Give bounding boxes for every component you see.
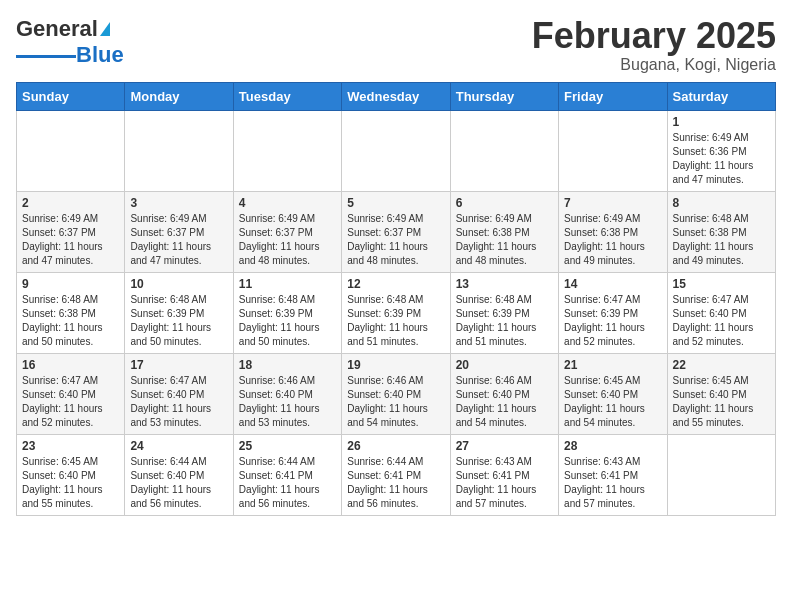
day-number: 9 bbox=[22, 277, 119, 291]
logo-blue: Blue bbox=[76, 42, 124, 68]
day-number: 14 bbox=[564, 277, 661, 291]
calendar-cell: 17Sunrise: 6:47 AM Sunset: 6:40 PM Dayli… bbox=[125, 353, 233, 434]
calendar-cell: 27Sunrise: 6:43 AM Sunset: 6:41 PM Dayli… bbox=[450, 434, 558, 515]
calendar-cell: 5Sunrise: 6:49 AM Sunset: 6:37 PM Daylig… bbox=[342, 191, 450, 272]
day-number: 13 bbox=[456, 277, 553, 291]
calendar-cell: 24Sunrise: 6:44 AM Sunset: 6:40 PM Dayli… bbox=[125, 434, 233, 515]
logo-general: General bbox=[16, 16, 98, 42]
day-number: 1 bbox=[673, 115, 770, 129]
day-number: 24 bbox=[130, 439, 227, 453]
calendar-cell: 28Sunrise: 6:43 AM Sunset: 6:41 PM Dayli… bbox=[559, 434, 667, 515]
day-number: 5 bbox=[347, 196, 444, 210]
day-number: 22 bbox=[673, 358, 770, 372]
day-info: Sunrise: 6:46 AM Sunset: 6:40 PM Dayligh… bbox=[347, 374, 444, 430]
weekday-friday: Friday bbox=[559, 82, 667, 110]
calendar-cell: 23Sunrise: 6:45 AM Sunset: 6:40 PM Dayli… bbox=[17, 434, 125, 515]
calendar-cell: 16Sunrise: 6:47 AM Sunset: 6:40 PM Dayli… bbox=[17, 353, 125, 434]
calendar-cell: 20Sunrise: 6:46 AM Sunset: 6:40 PM Dayli… bbox=[450, 353, 558, 434]
calendar-week-row: 1Sunrise: 6:49 AM Sunset: 6:36 PM Daylig… bbox=[17, 110, 776, 191]
day-info: Sunrise: 6:49 AM Sunset: 6:37 PM Dayligh… bbox=[239, 212, 336, 268]
day-info: Sunrise: 6:44 AM Sunset: 6:41 PM Dayligh… bbox=[347, 455, 444, 511]
calendar-cell: 4Sunrise: 6:49 AM Sunset: 6:37 PM Daylig… bbox=[233, 191, 341, 272]
day-info: Sunrise: 6:48 AM Sunset: 6:38 PM Dayligh… bbox=[673, 212, 770, 268]
day-info: Sunrise: 6:48 AM Sunset: 6:39 PM Dayligh… bbox=[239, 293, 336, 349]
logo-line bbox=[16, 55, 76, 58]
calendar-title: February 2025 bbox=[532, 16, 776, 56]
calendar-cell: 2Sunrise: 6:49 AM Sunset: 6:37 PM Daylig… bbox=[17, 191, 125, 272]
day-info: Sunrise: 6:48 AM Sunset: 6:39 PM Dayligh… bbox=[456, 293, 553, 349]
calendar-week-row: 2Sunrise: 6:49 AM Sunset: 6:37 PM Daylig… bbox=[17, 191, 776, 272]
day-info: Sunrise: 6:48 AM Sunset: 6:39 PM Dayligh… bbox=[347, 293, 444, 349]
calendar-cell: 14Sunrise: 6:47 AM Sunset: 6:39 PM Dayli… bbox=[559, 272, 667, 353]
calendar-cell bbox=[233, 110, 341, 191]
calendar-week-row: 9Sunrise: 6:48 AM Sunset: 6:38 PM Daylig… bbox=[17, 272, 776, 353]
day-info: Sunrise: 6:45 AM Sunset: 6:40 PM Dayligh… bbox=[673, 374, 770, 430]
calendar-cell: 10Sunrise: 6:48 AM Sunset: 6:39 PM Dayli… bbox=[125, 272, 233, 353]
day-number: 27 bbox=[456, 439, 553, 453]
calendar-cell bbox=[559, 110, 667, 191]
day-number: 17 bbox=[130, 358, 227, 372]
day-number: 12 bbox=[347, 277, 444, 291]
day-info: Sunrise: 6:46 AM Sunset: 6:40 PM Dayligh… bbox=[456, 374, 553, 430]
calendar-cell bbox=[342, 110, 450, 191]
day-number: 28 bbox=[564, 439, 661, 453]
day-number: 15 bbox=[673, 277, 770, 291]
logo: General Blue bbox=[16, 16, 124, 68]
day-number: 8 bbox=[673, 196, 770, 210]
title-block: February 2025 Bugana, Kogi, Nigeria bbox=[532, 16, 776, 74]
day-number: 26 bbox=[347, 439, 444, 453]
day-number: 10 bbox=[130, 277, 227, 291]
day-info: Sunrise: 6:49 AM Sunset: 6:36 PM Dayligh… bbox=[673, 131, 770, 187]
day-number: 6 bbox=[456, 196, 553, 210]
day-number: 21 bbox=[564, 358, 661, 372]
weekday-monday: Monday bbox=[125, 82, 233, 110]
calendar-cell: 25Sunrise: 6:44 AM Sunset: 6:41 PM Dayli… bbox=[233, 434, 341, 515]
calendar-cell: 12Sunrise: 6:48 AM Sunset: 6:39 PM Dayli… bbox=[342, 272, 450, 353]
logo-triangle-icon bbox=[100, 22, 110, 36]
calendar-cell: 1Sunrise: 6:49 AM Sunset: 6:36 PM Daylig… bbox=[667, 110, 775, 191]
day-number: 11 bbox=[239, 277, 336, 291]
weekday-tuesday: Tuesday bbox=[233, 82, 341, 110]
calendar-cell bbox=[17, 110, 125, 191]
day-info: Sunrise: 6:48 AM Sunset: 6:38 PM Dayligh… bbox=[22, 293, 119, 349]
day-number: 16 bbox=[22, 358, 119, 372]
calendar-cell: 21Sunrise: 6:45 AM Sunset: 6:40 PM Dayli… bbox=[559, 353, 667, 434]
day-info: Sunrise: 6:49 AM Sunset: 6:38 PM Dayligh… bbox=[456, 212, 553, 268]
calendar-cell: 18Sunrise: 6:46 AM Sunset: 6:40 PM Dayli… bbox=[233, 353, 341, 434]
day-info: Sunrise: 6:44 AM Sunset: 6:41 PM Dayligh… bbox=[239, 455, 336, 511]
day-info: Sunrise: 6:43 AM Sunset: 6:41 PM Dayligh… bbox=[456, 455, 553, 511]
day-number: 20 bbox=[456, 358, 553, 372]
day-info: Sunrise: 6:49 AM Sunset: 6:38 PM Dayligh… bbox=[564, 212, 661, 268]
day-number: 25 bbox=[239, 439, 336, 453]
weekday-wednesday: Wednesday bbox=[342, 82, 450, 110]
day-info: Sunrise: 6:47 AM Sunset: 6:40 PM Dayligh… bbox=[673, 293, 770, 349]
day-number: 23 bbox=[22, 439, 119, 453]
day-info: Sunrise: 6:45 AM Sunset: 6:40 PM Dayligh… bbox=[564, 374, 661, 430]
day-number: 3 bbox=[130, 196, 227, 210]
calendar-cell: 6Sunrise: 6:49 AM Sunset: 6:38 PM Daylig… bbox=[450, 191, 558, 272]
calendar-week-row: 23Sunrise: 6:45 AM Sunset: 6:40 PM Dayli… bbox=[17, 434, 776, 515]
calendar-cell: 9Sunrise: 6:48 AM Sunset: 6:38 PM Daylig… bbox=[17, 272, 125, 353]
calendar-cell: 7Sunrise: 6:49 AM Sunset: 6:38 PM Daylig… bbox=[559, 191, 667, 272]
day-number: 19 bbox=[347, 358, 444, 372]
day-number: 18 bbox=[239, 358, 336, 372]
day-number: 7 bbox=[564, 196, 661, 210]
calendar-cell bbox=[450, 110, 558, 191]
day-info: Sunrise: 6:43 AM Sunset: 6:41 PM Dayligh… bbox=[564, 455, 661, 511]
calendar-cell: 15Sunrise: 6:47 AM Sunset: 6:40 PM Dayli… bbox=[667, 272, 775, 353]
calendar-subtitle: Bugana, Kogi, Nigeria bbox=[532, 56, 776, 74]
calendar-cell bbox=[125, 110, 233, 191]
calendar-cell: 19Sunrise: 6:46 AM Sunset: 6:40 PM Dayli… bbox=[342, 353, 450, 434]
calendar-cell bbox=[667, 434, 775, 515]
day-info: Sunrise: 6:44 AM Sunset: 6:40 PM Dayligh… bbox=[130, 455, 227, 511]
calendar-cell: 13Sunrise: 6:48 AM Sunset: 6:39 PM Dayli… bbox=[450, 272, 558, 353]
day-info: Sunrise: 6:47 AM Sunset: 6:40 PM Dayligh… bbox=[22, 374, 119, 430]
calendar-cell: 11Sunrise: 6:48 AM Sunset: 6:39 PM Dayli… bbox=[233, 272, 341, 353]
weekday-sunday: Sunday bbox=[17, 82, 125, 110]
calendar-cell: 22Sunrise: 6:45 AM Sunset: 6:40 PM Dayli… bbox=[667, 353, 775, 434]
calendar-cell: 3Sunrise: 6:49 AM Sunset: 6:37 PM Daylig… bbox=[125, 191, 233, 272]
weekday-header-row: SundayMondayTuesdayWednesdayThursdayFrid… bbox=[17, 82, 776, 110]
calendar-cell: 26Sunrise: 6:44 AM Sunset: 6:41 PM Dayli… bbox=[342, 434, 450, 515]
calendar-table: SundayMondayTuesdayWednesdayThursdayFrid… bbox=[16, 82, 776, 516]
weekday-saturday: Saturday bbox=[667, 82, 775, 110]
